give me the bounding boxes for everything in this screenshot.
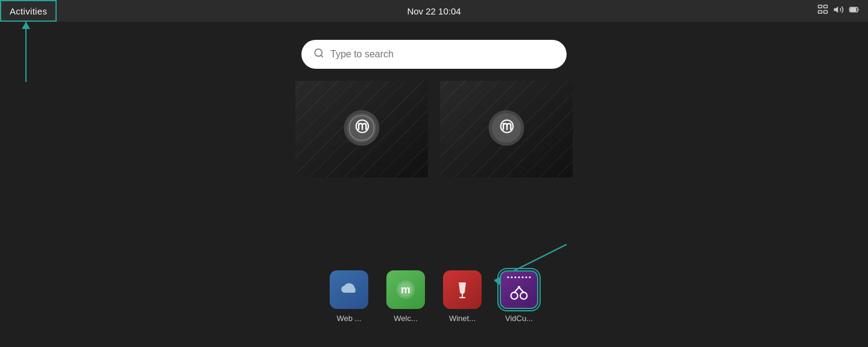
search-input[interactable] (330, 49, 555, 60)
vidcu-dots (508, 276, 531, 278)
app-label-welcome: Welc... (394, 314, 418, 323)
svg-rect-3 (824, 11, 828, 14)
app-dock: Web ... m Welc... (330, 270, 538, 323)
activities-button[interactable]: Activities (0, 0, 57, 22)
svg-point-21 (520, 292, 527, 299)
svg-point-6 (315, 49, 322, 56)
volume-icon[interactable] (833, 4, 844, 18)
mint-logo-2: ⓜ (487, 109, 526, 150)
svg-point-20 (511, 292, 518, 299)
app-icon-wine (443, 270, 482, 309)
app-label-winetricks: Winet... (449, 314, 476, 323)
window-thumbnail-1[interactable]: ⓜ (295, 81, 428, 177)
thumbnails-area: ⓜ ⓜ (295, 81, 573, 177)
left-arrow-indicator (25, 22, 27, 82)
app-item-welcome[interactable]: m Welc... (386, 270, 425, 323)
svg-rect-5 (851, 8, 856, 11)
svg-rect-2 (819, 11, 822, 14)
svg-rect-1 (824, 5, 828, 8)
svg-text:m: m (401, 284, 410, 296)
svg-point-24 (518, 286, 520, 288)
app-label-vidcutter: VidCu... (505, 314, 533, 323)
svg-text:ⓜ: ⓜ (355, 119, 370, 135)
app-icon-web (330, 270, 368, 309)
system-tray (817, 4, 868, 18)
battery-icon[interactable] (849, 4, 860, 18)
activities-label: Activities (10, 6, 47, 16)
search-icon (313, 48, 324, 62)
app-icon-welcome: m (386, 270, 425, 309)
clock: Nov 22 10:04 (407, 6, 461, 16)
app-item-vidcutter[interactable]: VidCu... (500, 270, 538, 323)
mint-logo-1: ⓜ (342, 109, 381, 150)
app-icon-vidcutter (500, 270, 538, 309)
window-thumbnail-2[interactable]: ⓜ (440, 81, 573, 177)
search-container (301, 40, 567, 69)
search-bar[interactable] (301, 40, 567, 69)
main-area: ⓜ ⓜ (0, 22, 868, 347)
app-label-web: Web ... (337, 314, 362, 323)
app-item-web[interactable]: Web ... (330, 270, 368, 323)
topbar: Activities Nov 22 10:04 (0, 0, 868, 22)
network-icon[interactable] (817, 4, 828, 18)
svg-rect-0 (819, 5, 822, 8)
app-item-winetricks[interactable]: Winet... (443, 270, 482, 323)
svg-text:ⓜ: ⓜ (500, 119, 514, 135)
